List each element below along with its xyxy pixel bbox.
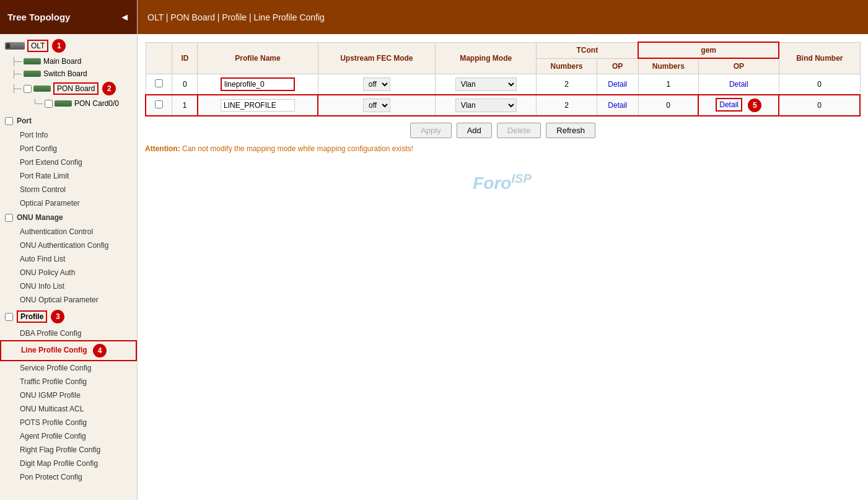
- row1-fec[interactable]: off on: [318, 95, 435, 116]
- col-upstream-fec: Upstream FEC Mode: [318, 42, 435, 74]
- row1-checkbox[interactable]: [146, 95, 172, 116]
- delete-button[interactable]: Delete: [497, 123, 541, 138]
- nav-pon-protect[interactable]: Pon Protect Config: [0, 470, 137, 484]
- port-section-header[interactable]: Port: [0, 113, 137, 128]
- col-mapping-mode: Mapping Mode: [435, 42, 536, 74]
- row1-mapping[interactable]: Vlan GEM GEM_FLOW: [435, 95, 536, 116]
- row0-tcont-op[interactable]: Detail: [597, 74, 638, 95]
- sidebar-header: Tree Topology ◄: [0, 0, 137, 34]
- onu-manage-nav-items: Authentication Control ONU Authenticatio…: [0, 225, 137, 307]
- switch-board-icon: [24, 71, 41, 77]
- pon-card-label[interactable]: PON Card0/0: [74, 99, 119, 108]
- nav-port-rate-limit[interactable]: Port Rate Limit: [0, 169, 137, 183]
- row0-profile-name[interactable]: [198, 74, 318, 95]
- row1-profile-name[interactable]: [198, 95, 318, 116]
- port-nav-items: Port Info Port Config Port Extend Config…: [0, 128, 137, 210]
- nav-onu-optical-parameter[interactable]: ONU Optical Parameter: [0, 293, 137, 307]
- row0-bind: 0: [779, 74, 860, 95]
- row1-tcont-op[interactable]: Detail: [597, 95, 638, 116]
- col-profile-name: Profile Name: [198, 42, 318, 74]
- row0-fec[interactable]: off on: [318, 74, 435, 95]
- row1-tcont-num: 2: [537, 95, 597, 116]
- profile-section-header[interactable]: Profile 3: [0, 307, 137, 327]
- refresh-button[interactable]: Refresh: [546, 123, 595, 138]
- line-profile-table: ID Profile Name Upstream FEC Mode Mappin…: [145, 42, 861, 116]
- main-board-label[interactable]: Main Board: [43, 57, 81, 66]
- col-gem-op: OP: [698, 58, 779, 74]
- onu-manage-checkbox[interactable]: [5, 214, 13, 222]
- col-checkbox: [146, 42, 172, 74]
- nav-port-info[interactable]: Port Info: [0, 128, 137, 142]
- nav-pots-profile[interactable]: POTS Profile Config: [0, 416, 137, 429]
- attention-message: Attention: Can not modify the mapping mo…: [145, 144, 861, 153]
- table-row: 0 off on: [146, 74, 860, 95]
- nav-line-profile-config[interactable]: Line Profile Config 4: [0, 340, 137, 361]
- watermark-arc: ISP: [511, 172, 531, 185]
- nav-storm-control[interactable]: Storm Control: [0, 183, 137, 196]
- table-area: ID Profile Name Upstream FEC Mode Mappin…: [138, 34, 868, 500]
- row0-mapping[interactable]: Vlan GEM GEM_FLOW: [435, 74, 536, 95]
- nav-onu-policy-auth[interactable]: ONU Policy Auth: [0, 266, 137, 279]
- row0-checkbox[interactable]: [146, 74, 172, 95]
- col-id: ID: [172, 42, 198, 74]
- pon-card-checkbox[interactable]: [45, 100, 53, 108]
- table-row: 1 off on: [146, 95, 860, 116]
- nav-right-flag-profile[interactable]: Right Flag Profile Config: [0, 443, 137, 457]
- profile-section-label[interactable]: Profile: [17, 310, 47, 323]
- onu-manage-section-header[interactable]: ONU Manage: [0, 210, 137, 225]
- nav-port-extend-config[interactable]: Port Extend Config: [0, 156, 137, 169]
- pon-board-checkbox[interactable]: [24, 85, 32, 93]
- collapse-arrow[interactable]: ◄: [120, 12, 129, 23]
- nav-auth-control[interactable]: Authentication Control: [0, 225, 137, 239]
- row1-gem-num: 0: [638, 95, 698, 116]
- row1-badge: 5: [748, 99, 761, 112]
- nav-dba-profile[interactable]: DBA Profile Config: [0, 327, 137, 340]
- olt-label[interactable]: OLT: [27, 40, 48, 52]
- main-board-icon: [24, 58, 41, 64]
- nav-digit-map-profile[interactable]: Digit Map Profile Config: [0, 457, 137, 470]
- nav-onu-multicast-acl[interactable]: ONU Multicast ACL: [0, 402, 137, 416]
- switch-board-node[interactable]: ├─ Switch Board: [0, 68, 137, 80]
- olt-node[interactable]: OLT 1: [0, 37, 137, 55]
- switch-board-label[interactable]: Switch Board: [43, 69, 87, 78]
- nav-auto-find-list[interactable]: Auto Find List: [0, 252, 137, 266]
- col-bind-number: Bind Number: [779, 42, 860, 74]
- profile-badge: 3: [51, 310, 64, 323]
- col-tcont-op: OP: [597, 58, 638, 74]
- apply-button[interactable]: Apply: [410, 123, 452, 138]
- nav-traffic-profile[interactable]: Traffic Profile Config: [0, 375, 137, 388]
- nav-onu-info-list[interactable]: ONU Info List: [0, 279, 137, 293]
- row0-tcont-num: 2: [537, 74, 597, 95]
- nav-service-profile[interactable]: Service Profile Config: [0, 361, 137, 375]
- profile-section-checkbox[interactable]: [5, 313, 13, 321]
- line-profile-badge: 4: [93, 344, 107, 357]
- olt-badge: 1: [52, 39, 66, 53]
- add-button[interactable]: Add: [457, 123, 492, 138]
- main-board-node[interactable]: ├─ Main Board: [0, 55, 137, 68]
- app-container: Tree Topology ◄ OLT 1 ├─ Main Board: [0, 0, 868, 500]
- attention-text: Can not modify the mapping mode while ma…: [182, 144, 413, 153]
- row0-gem-num: 1: [638, 74, 698, 95]
- port-section-checkbox[interactable]: [5, 117, 13, 125]
- nav-onu-igmp-profile[interactable]: ONU IGMP Profile: [0, 388, 137, 402]
- pon-card-node[interactable]: └─ PON Card0/0: [0, 97, 137, 110]
- nav-optical-parameter[interactable]: Optical Parameter: [0, 196, 137, 210]
- pon-card-icon: [55, 100, 72, 107]
- col-tcont-numbers: Numbers: [537, 58, 597, 74]
- content-area: OLT | PON Board | Profile | Line Profile…: [138, 0, 868, 500]
- row1-bind: 0: [779, 95, 860, 116]
- sidebar: Tree Topology ◄ OLT 1 ├─ Main Board: [0, 0, 138, 500]
- pon-board-label[interactable]: PON Board: [53, 82, 99, 95]
- watermark-text: Foro: [473, 173, 511, 193]
- row0-gem-op[interactable]: Detail: [698, 74, 779, 95]
- nav-agent-profile[interactable]: Agent Profile Config: [0, 429, 137, 443]
- nav-port-config[interactable]: Port Config: [0, 142, 137, 156]
- olt-icon: [5, 42, 25, 50]
- pon-board-icon: [33, 86, 51, 92]
- sidebar-title: Tree Topology: [7, 12, 70, 22]
- col-gem-numbers: Numbers: [638, 58, 698, 74]
- row1-gem-op[interactable]: Detail 5: [698, 95, 779, 116]
- pon-board-node[interactable]: ├─ PON Board 2: [0, 80, 137, 97]
- main-layout: Tree Topology ◄ OLT 1 ├─ Main Board: [0, 0, 868, 500]
- nav-onu-auth-config[interactable]: ONU Authentication Config: [0, 239, 137, 252]
